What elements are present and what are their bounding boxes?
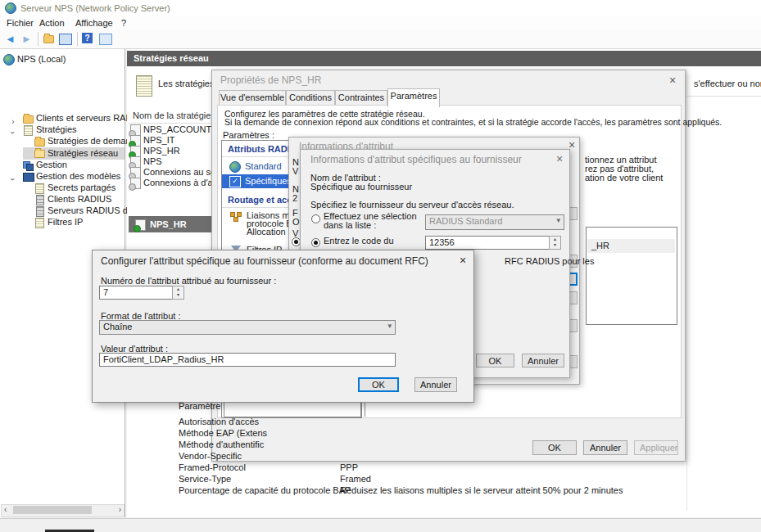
attribute-value-row[interactable]: _HR bbox=[587, 239, 675, 253]
detail-row-label: Service-Type bbox=[179, 474, 231, 485]
policy-name: NPS_IT bbox=[143, 135, 175, 146]
menu-fichier[interactable]: Fichier bbox=[7, 18, 34, 29]
attribute-format-combobox[interactable]: Chaîne ▾ bbox=[99, 320, 396, 335]
list-header-underline bbox=[129, 123, 211, 124]
vendor-dialog-title: Informations d'attribut spécifiques au f… bbox=[310, 154, 522, 165]
right-panel-line bbox=[686, 96, 761, 97]
policy-enabled-icon bbox=[130, 135, 141, 147]
back-fragment-2: 2 bbox=[292, 193, 297, 204]
chevron-down-icon[interactable]: › bbox=[8, 178, 18, 181]
settings-desc-line2: Si la demande de connexion répond aux co… bbox=[224, 117, 722, 127]
help-icon[interactable]: ? bbox=[82, 33, 93, 43]
results-header-bar: Stratégies réseau bbox=[127, 51, 761, 66]
forward-icon[interactable]: ► bbox=[21, 33, 32, 45]
export-list-icon[interactable] bbox=[43, 35, 54, 43]
status-bar bbox=[0, 518, 761, 532]
select-from-list-radio[interactable] bbox=[311, 214, 320, 223]
attribute-number-input[interactable]: 7 bbox=[99, 286, 173, 300]
app-globe-icon bbox=[5, 2, 16, 14]
attribute-number-value: 7 bbox=[103, 287, 108, 297]
accounting-icon-part bbox=[26, 164, 34, 171]
vendor-code-value: 12356 bbox=[429, 237, 455, 247]
nps-globe-icon bbox=[3, 54, 15, 65]
tree-item-strategies[interactable]: › Stratégies bbox=[11, 124, 15, 139]
vendor-ok-button[interactable]: OK bbox=[476, 354, 514, 367]
tree-item-label: Stratégies bbox=[36, 124, 77, 135]
tree-item-label: Stratégies réseau bbox=[48, 148, 118, 159]
rfc-cancel-button[interactable]: Annuler bbox=[414, 377, 457, 392]
scroll-icon bbox=[35, 218, 44, 228]
enter-code-radio[interactable] bbox=[311, 238, 320, 247]
vendor-cancel-button[interactable]: Annuler bbox=[522, 354, 564, 367]
window-title: Serveur NPS (Network Policy Server) bbox=[20, 3, 170, 14]
tree-item-strategies-reseau[interactable]: Stratégies réseau bbox=[23, 147, 125, 160]
scroll-left-icon[interactable]: ‹ bbox=[4, 505, 7, 514]
chevron-down-icon: ▾ bbox=[387, 322, 392, 330]
vendor-select-combobox[interactable]: RADIUS Standard ▾ bbox=[425, 214, 564, 230]
vendor-code-spinner[interactable]: ▴▾ bbox=[549, 236, 561, 250]
policy-enabled-icon bbox=[130, 146, 141, 157]
attribute-number-spinner[interactable]: ▴▾ bbox=[172, 286, 184, 300]
properties-dialog-title: Propriétés de NPS_HR bbox=[220, 74, 321, 86]
rfc-text-fragment: RFC RADIUS pour les bbox=[505, 256, 594, 267]
attribute-value-text: _HR bbox=[591, 241, 609, 251]
tree-horizontal-scrollbar[interactable]: ‹ › bbox=[1, 504, 125, 517]
attribute-value-listbox[interactable]: _HR bbox=[586, 227, 677, 325]
open-folder-icon bbox=[34, 150, 45, 158]
tree-item-label: Gestion des modèles bbox=[36, 171, 120, 182]
specify-vendor-label: Spécifiez le fournisseur du serveur d'ac… bbox=[310, 200, 514, 210]
tree-item-label: Filtres IP bbox=[48, 217, 83, 228]
back-icon[interactable]: ◄ bbox=[5, 33, 16, 45]
folder-icon bbox=[23, 115, 34, 124]
policy-list-header[interactable]: Nom de la stratégie bbox=[133, 110, 211, 121]
detail-row-value: PPP bbox=[340, 462, 358, 473]
detail-row-label: Framed-Protocol bbox=[179, 462, 246, 473]
selected-policy-bar: NPS_HR bbox=[129, 216, 211, 232]
intro-text-right: s'effectuer ou non. bbox=[694, 79, 761, 89]
policy-name: NPS bbox=[143, 156, 162, 167]
detail-row-label: Méthode d'authentific bbox=[179, 440, 264, 450]
attribute-name-value: Spécifique au fournisseur bbox=[310, 182, 412, 192]
tab-vue-densemble[interactable]: Vue d'ensemble bbox=[219, 90, 286, 106]
policy-enabled-icon bbox=[135, 219, 146, 231]
server-icon bbox=[36, 206, 44, 217]
vendor-code-input[interactable]: 12356 bbox=[425, 236, 551, 250]
tab-parametres[interactable]: Paramètres bbox=[387, 88, 440, 107]
show-console-tree-icon[interactable] bbox=[59, 34, 72, 45]
tab-conditions[interactable]: Conditions bbox=[286, 90, 335, 106]
detail-row-label: Pourcentage de capacité du protocole BAP bbox=[179, 485, 351, 496]
menu-help[interactable]: ? bbox=[121, 18, 126, 29]
chevron-down-icon[interactable]: › bbox=[8, 131, 18, 134]
close-icon[interactable]: × bbox=[460, 255, 466, 265]
properties-window-icon[interactable] bbox=[99, 34, 112, 45]
properties-ok-button[interactable]: OK bbox=[532, 440, 577, 455]
back-fragment-o: O bbox=[292, 217, 300, 228]
close-icon[interactable]: × bbox=[669, 75, 676, 85]
server-icon bbox=[36, 195, 44, 205]
multilink-icon bbox=[230, 212, 241, 221]
instruction-fragment-3: ation de votre client bbox=[585, 173, 663, 183]
tree-item-label: Gestion bbox=[36, 160, 67, 170]
detail-row-label: Autorisation d'accès bbox=[179, 417, 259, 427]
properties-cancel-button[interactable]: Annuler bbox=[583, 440, 627, 455]
policy-disabled-icon bbox=[130, 178, 141, 189]
scrollbar-thumb[interactable] bbox=[13, 506, 92, 514]
tab-contraintes[interactable]: Contraintes bbox=[335, 90, 387, 106]
title-bar: Serveur NPS (Network Policy Server) bbox=[0, 0, 761, 16]
close-icon[interactable]: × bbox=[556, 154, 563, 164]
detail-row-label: Vendor-Specific bbox=[179, 451, 242, 462]
menu-affichage[interactable]: Affichage bbox=[75, 18, 113, 29]
menu-bar: Fichier Action Affichage ? bbox=[0, 16, 761, 30]
properties-apply-button[interactable]: Appliquer bbox=[634, 440, 678, 455]
detail-row-value: Framed bbox=[340, 474, 371, 485]
detail-row-label: Méthode EAP (Extens bbox=[179, 428, 267, 439]
attribute-value-input[interactable]: FortiClient_LDAP_Radius_HR bbox=[99, 353, 396, 367]
tree-item-label: NPS (Local) bbox=[17, 54, 66, 65]
vendor-checkbox-icon: ✓ bbox=[229, 176, 241, 187]
scroll-right-icon[interactable]: › bbox=[119, 505, 121, 514]
rfc-dialog-title: Configurer l'attribut spécifique au four… bbox=[101, 255, 428, 267]
tree-item-gestion-modeles[interactable]: › Gestion des modèles bbox=[11, 171, 15, 186]
menu-action[interactable]: Action bbox=[39, 18, 65, 29]
rfc-ok-button[interactable]: OK bbox=[358, 377, 399, 392]
toolbar-divider bbox=[38, 32, 39, 46]
